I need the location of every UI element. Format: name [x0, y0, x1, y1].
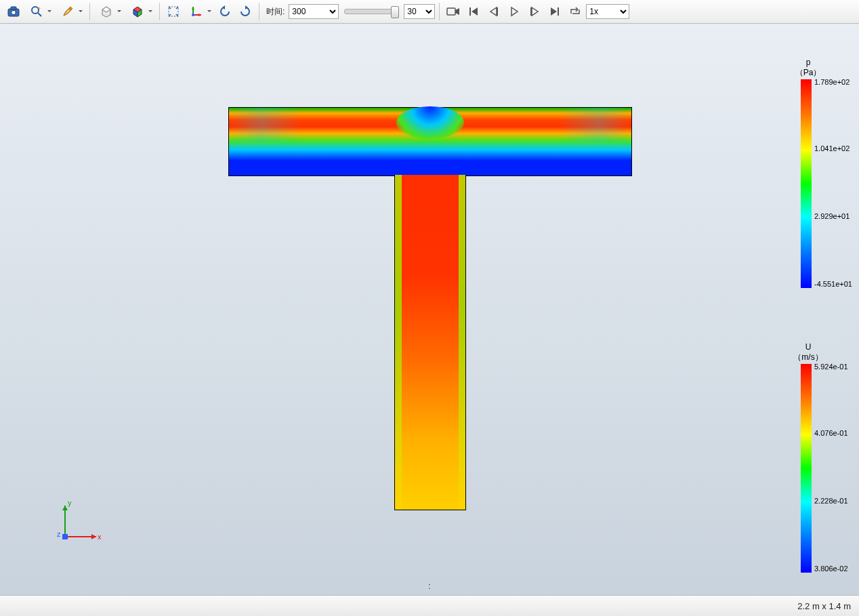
svg-text:y: y: [68, 499, 72, 507]
svg-rect-13: [530, 7, 532, 16]
svg-point-3: [32, 7, 39, 14]
legend-tick: 5.924e-01: [814, 363, 848, 371]
separator: [259, 3, 259, 20]
status-dimensions: 2.2 m x 1.4 m: [797, 601, 851, 611]
slider-thumb[interactable]: [391, 6, 399, 18]
legend-velocity: U （m/s） 5.924e-01 4.076e-01 2.228e-01 3.…: [778, 342, 839, 573]
color-cube-button[interactable]: [125, 2, 155, 21]
first-frame-button[interactable]: [464, 2, 483, 21]
separator: [89, 3, 90, 20]
last-frame-button[interactable]: [545, 2, 564, 21]
svg-text:x: x: [98, 533, 102, 541]
separator: [159, 3, 160, 20]
zoom-magic-button[interactable]: [24, 2, 54, 21]
separator: [439, 3, 440, 20]
axes-orientation-button[interactable]: [184, 2, 214, 21]
svg-rect-12: [497, 7, 498, 16]
geometry-top: [228, 107, 632, 176]
legend-pressure-title: p （Pa）: [778, 58, 839, 78]
legend-tick: -4.551e+01: [814, 280, 852, 288]
orientation-axes-icon: x y z: [54, 499, 103, 548]
prev-frame-button[interactable]: [484, 2, 503, 21]
svg-line-4: [38, 13, 41, 16]
legend-tick: 1.041e+02: [814, 144, 850, 152]
colorbar-icon: [801, 364, 812, 573]
svg-text:z: z: [57, 530, 61, 538]
colorbar-icon: [801, 79, 812, 288]
svg-point-2: [12, 10, 16, 14]
frame-select[interactable]: 30: [404, 4, 435, 19]
svg-rect-10: [447, 8, 455, 15]
rotate-cw-button[interactable]: [236, 2, 255, 21]
loop-button[interactable]: [566, 2, 585, 21]
legend-tick: 2.228e-01: [814, 497, 848, 505]
fit-view-button[interactable]: [164, 2, 183, 21]
speed-select[interactable]: 1x: [586, 4, 629, 19]
time-select[interactable]: 300: [289, 4, 339, 19]
simulation-geometry: [228, 107, 631, 510]
geometry-stem: [394, 175, 466, 510]
record-button[interactable]: [444, 2, 463, 21]
viewport-3d[interactable]: x y z p （Pa） 1.789e+02 1.041e+02 2.929e+…: [0, 24, 859, 595]
legend-pressure: p （Pa） 1.789e+02 1.041e+02 2.929e+01 -4.…: [778, 58, 839, 288]
screenshot-button[interactable]: [4, 2, 23, 21]
svg-rect-14: [558, 7, 559, 16]
brush-button[interactable]: [56, 2, 85, 21]
legend-tick: 2.929e+01: [814, 212, 850, 220]
legend-tick: 1.789e+02: [814, 78, 850, 86]
time-label: 时间:: [266, 6, 285, 18]
svg-rect-1: [11, 7, 16, 9]
legend-tick: 3.806e-02: [814, 564, 848, 573]
svg-point-9: [192, 14, 194, 16]
next-frame-button[interactable]: [525, 2, 544, 21]
viewport-colon-label: :: [428, 581, 430, 591]
solid-color-button[interactable]: [94, 2, 124, 21]
time-slider[interactable]: [344, 9, 398, 14]
svg-rect-17: [62, 534, 68, 539]
toolbar: 时间: 300 30 1x: [0, 0, 859, 24]
play-button[interactable]: [505, 2, 524, 21]
legend-velocity-title: U （m/s）: [778, 342, 839, 363]
legend-tick: 4.076e-01: [814, 429, 848, 437]
rotate-ccw-button[interactable]: [215, 2, 234, 21]
status-bar: 2.2 m x 1.4 m: [0, 595, 859, 616]
svg-rect-11: [469, 7, 471, 16]
